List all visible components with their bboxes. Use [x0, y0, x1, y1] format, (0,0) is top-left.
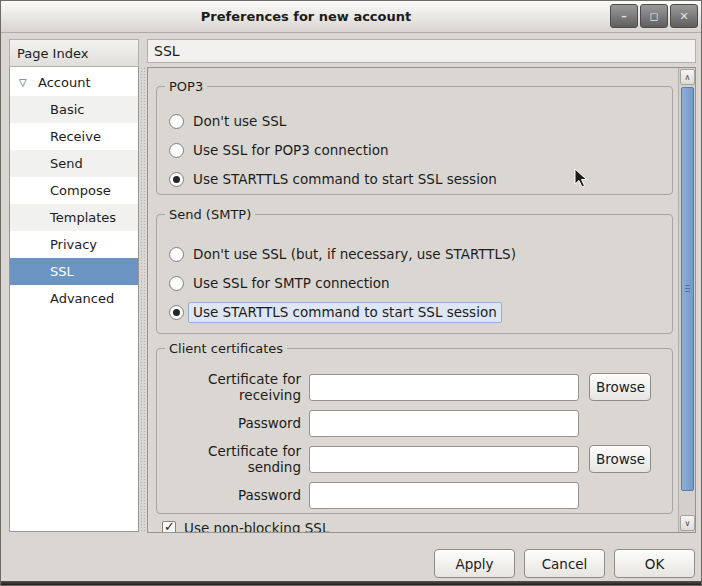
maximize-icon: ◻	[649, 11, 658, 22]
tree-item-privacy[interactable]: Privacy	[10, 231, 138, 258]
window-title: Preferences for new account	[1, 1, 611, 33]
certificates-frame: Client certificates Certificate for rece…	[156, 348, 673, 514]
tree-item-label: Templates	[10, 210, 116, 225]
tree-item-label: Compose	[10, 183, 111, 198]
cert-sending-row: Certificate for sending Browse	[157, 445, 672, 473]
tree-item-basic[interactable]: Basic	[10, 96, 138, 123]
pop3-legend: POP3	[165, 78, 207, 95]
vertical-scrollbar[interactable]: ∧ ∨	[678, 68, 695, 532]
radio-icon[interactable]	[169, 276, 184, 291]
minimize-icon: –	[621, 11, 627, 22]
ok-button[interactable]: OK	[614, 549, 695, 578]
preferences-dialog: Preferences for new account – ◻ ✕ Page I…	[0, 0, 702, 586]
window-bottom-edge	[1, 581, 701, 585]
window-controls: – ◻ ✕	[610, 4, 698, 28]
smtp-option-use-ssl[interactable]: Use SSL for SMTP connection	[169, 275, 660, 292]
settings-scroll-area: POP3 Don't use SSL Use SSL for POP3 conn…	[147, 67, 696, 533]
apply-button[interactable]: Apply	[434, 549, 515, 578]
grip-icon	[685, 285, 690, 292]
radio-label: Use STARTTLS command to start SSL sessio…	[193, 171, 497, 188]
scrollbar-thumb[interactable]	[681, 87, 694, 491]
check-mark-icon: ✓	[164, 519, 175, 532]
chevron-down-icon: ∨	[685, 519, 691, 528]
pop3-option-starttls[interactable]: Use STARTTLS command to start SSL sessio…	[169, 171, 660, 188]
minimize-button[interactable]: –	[610, 4, 638, 28]
cert-receiving-label: Certificate for receiving	[157, 371, 309, 403]
tree-item-ssl[interactable]: SSL	[10, 258, 138, 285]
nonblocking-ssl-label: Use non-blocking SSL	[184, 520, 329, 532]
tree-item-label: SSL	[10, 264, 74, 279]
smtp-option-dont-use-ssl[interactable]: Don't use SSL (but, if necessary, use ST…	[169, 246, 660, 263]
tree-item-label: Send	[10, 156, 83, 171]
pop3-frame: POP3 Don't use SSL Use SSL for POP3 conn…	[156, 86, 673, 195]
tree-item-advanced[interactable]: Advanced	[10, 285, 138, 312]
cert-sending-password-row: Password	[157, 481, 672, 509]
tree-item-account[interactable]: ▽ Account	[10, 69, 138, 96]
browse-receiving-button[interactable]: Browse	[589, 373, 651, 401]
radio-icon-selected[interactable]	[169, 305, 184, 320]
titlebar[interactable]: Preferences for new account – ◻ ✕	[1, 1, 701, 33]
tree-item-compose[interactable]: Compose	[10, 177, 138, 204]
tree-item-templates[interactable]: Templates	[10, 204, 138, 231]
tree-item-label: Receive	[10, 129, 101, 144]
chevron-up-icon: ∧	[685, 73, 691, 82]
nonblocking-ssl-row[interactable]: ✓ Use non-blocking SSL	[162, 520, 329, 532]
pane-splitter[interactable]	[140, 67, 146, 532]
close-icon: ✕	[679, 11, 688, 22]
tree-item-label: Privacy	[10, 237, 97, 252]
radio-label: Use SSL for SMTP connection	[193, 275, 390, 292]
cert-receiving-input[interactable]	[309, 374, 579, 401]
cancel-button[interactable]: Cancel	[524, 549, 605, 578]
cert-sending-input[interactable]	[309, 446, 579, 473]
radio-label: Don't use SSL	[193, 113, 286, 130]
expander-icon[interactable]: ▽	[19, 78, 27, 88]
cert-receiving-password-row: Password	[157, 409, 672, 437]
checkbox-checked-icon[interactable]: ✓	[162, 521, 176, 532]
maximize-button[interactable]: ◻	[640, 4, 668, 28]
tree-item-receive[interactable]: Receive	[10, 123, 138, 150]
page-title: SSL	[147, 39, 696, 63]
cert-sending-password-input[interactable]	[309, 482, 579, 509]
password-label: Password	[157, 487, 309, 503]
browse-sending-button[interactable]: Browse	[589, 445, 651, 473]
page-index-tree: ▽ Account Basic Receive Send Compose Tem…	[9, 67, 139, 532]
tree-item-label: Basic	[10, 102, 84, 117]
settings-content: POP3 Don't use SSL Use SSL for POP3 conn…	[148, 68, 679, 532]
cert-receiving-password-input[interactable]	[309, 410, 579, 437]
radio-icon[interactable]	[169, 143, 184, 158]
pop3-option-use-ssl[interactable]: Use SSL for POP3 connection	[169, 142, 660, 159]
close-button[interactable]: ✕	[670, 4, 698, 28]
radio-icon-selected[interactable]	[169, 172, 184, 187]
scroll-up-button[interactable]: ∧	[680, 69, 695, 85]
radio-icon[interactable]	[169, 114, 184, 129]
radio-label-focused: Use STARTTLS command to start SSL sessio…	[188, 302, 502, 323]
scroll-down-button[interactable]: ∨	[680, 515, 695, 531]
password-label: Password	[157, 415, 309, 431]
radio-label: Use SSL for POP3 connection	[193, 142, 389, 159]
radio-label: Don't use SSL (but, if necessary, use ST…	[193, 246, 516, 263]
certificates-legend: Client certificates	[165, 340, 287, 357]
smtp-frame: Send (SMTP) Don't use SSL (but, if neces…	[156, 214, 673, 334]
tree-item-send[interactable]: Send	[10, 150, 138, 177]
radio-icon[interactable]	[169, 247, 184, 262]
smtp-legend: Send (SMTP)	[165, 206, 255, 223]
cert-receiving-row: Certificate for receiving Browse	[157, 373, 672, 401]
page-index-header[interactable]: Page Index	[9, 39, 139, 67]
smtp-option-starttls[interactable]: Use STARTTLS command to start SSL sessio…	[169, 304, 660, 321]
cert-sending-label: Certificate for sending	[157, 443, 309, 475]
pop3-option-dont-use-ssl[interactable]: Don't use SSL	[169, 113, 660, 130]
tree-item-label: Advanced	[10, 291, 114, 306]
